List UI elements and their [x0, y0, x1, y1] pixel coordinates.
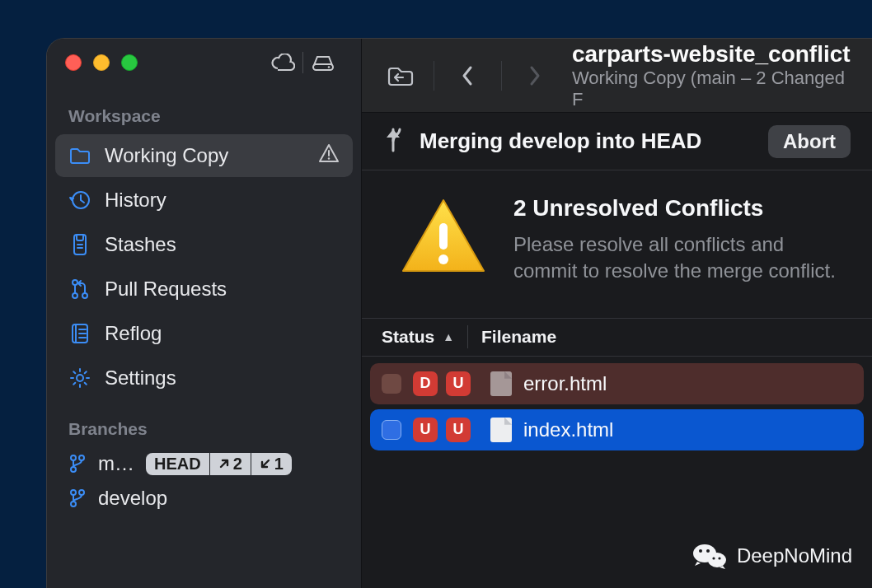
watermark-text: DeepNoMind: [737, 544, 852, 567]
svg-rect-16: [439, 223, 448, 250]
close-window-button[interactable]: [65, 54, 82, 71]
repo-subtitle: Working Copy (main – 2 Changed F: [572, 68, 856, 110]
sidebar-item-label: Stashes: [105, 233, 176, 256]
separator: [434, 61, 434, 91]
head-tag: HEAD: [146, 453, 210, 475]
stage-checkbox[interactable]: [382, 374, 401, 394]
history-icon: [68, 189, 91, 212]
column-status[interactable]: Status ▲: [373, 327, 462, 347]
file-row[interactable]: D U error.html: [370, 363, 864, 404]
sidebar-item-label: Reflog: [105, 322, 162, 345]
titlebar: [47, 39, 361, 86]
sidebar-item-label: Working Copy: [105, 144, 228, 167]
svg-point-20: [699, 549, 702, 553]
svg-point-19: [708, 553, 726, 567]
column-divider: [467, 325, 468, 348]
sidebar-item-history[interactable]: History: [55, 179, 353, 222]
column-headers: Status ▲ Filename: [362, 319, 872, 357]
branches-section-header: Branches: [47, 399, 361, 447]
svg-point-21: [706, 549, 710, 553]
nav-forward-button[interactable]: [513, 54, 557, 98]
file-name: error.html: [523, 372, 607, 395]
reflog-icon: [68, 322, 91, 345]
workspace-section-header: Workspace: [47, 86, 361, 134]
warning-icon: [318, 143, 340, 168]
merge-text: Merging develop into HEAD: [420, 128, 701, 154]
stash-icon: [68, 233, 91, 256]
branch-icon: [68, 488, 87, 508]
nav-back-button[interactable]: [446, 54, 490, 98]
zoom-window-button[interactable]: [121, 54, 138, 71]
svg-point-14: [71, 502, 76, 506]
svg-point-9: [77, 375, 83, 381]
conflict-panel: 2 Unresolved Conflicts Please resolve al…: [362, 170, 872, 319]
svg-point-15: [79, 490, 84, 495]
sidebar-item-label: History: [105, 189, 166, 212]
conflict-title: 2 Unresolved Conflicts: [513, 195, 851, 222]
toolbar-titles: carparts-website_conflict Working Copy (…: [572, 41, 856, 110]
svg-point-5: [73, 280, 77, 285]
traffic-lights: [65, 54, 138, 71]
sort-ascending-icon: ▲: [443, 330, 454, 343]
separator: [501, 61, 502, 91]
sidebar-item-working-copy[interactable]: Working Copy: [55, 134, 353, 177]
workspace-nav: Working Copy History Stashes: [47, 134, 361, 399]
svg-point-23: [718, 557, 720, 559]
status-badge: D: [413, 371, 438, 396]
branch-item-develop[interactable]: develop: [55, 482, 353, 515]
sidebar-item-label: Pull Requests: [105, 278, 227, 301]
main-toolbar: carparts-website_conflict Working Copy (…: [362, 39, 872, 113]
sidebar: Workspace Working Copy History: [47, 39, 362, 588]
file-icon: [490, 418, 512, 442]
svg-point-11: [71, 467, 76, 472]
file-list: D U error.html U U index.html: [362, 357, 872, 457]
parent-repo-button[interactable]: [378, 54, 422, 98]
repo-title: carparts-website_conflict: [572, 41, 856, 68]
warning-icon: [398, 195, 489, 281]
watermark: DeepNoMind: [692, 542, 852, 570]
folder-icon: [68, 144, 91, 167]
branch-item-main[interactable]: m… HEAD 2 1: [55, 447, 353, 480]
gear-icon: [68, 366, 91, 390]
branch-name: develop: [98, 487, 167, 510]
branch-icon: [68, 454, 87, 474]
pull-request-icon: [68, 278, 91, 301]
file-icon: [490, 371, 512, 396]
svg-point-12: [79, 455, 84, 460]
behind-tag: 1: [251, 453, 292, 475]
svg-point-1: [328, 66, 331, 68]
branches-nav: m… HEAD 2 1 develop: [47, 447, 361, 515]
svg-point-10: [71, 455, 76, 460]
merge-bar: Merging develop into HEAD Abort: [362, 113, 872, 170]
sidebar-item-pull-requests[interactable]: Pull Requests: [55, 268, 353, 310]
svg-point-22: [712, 557, 715, 559]
sidebar-item-stashes[interactable]: Stashes: [55, 223, 353, 266]
svg-point-6: [73, 293, 77, 298]
svg-point-2: [328, 157, 330, 159]
status-badge: U: [446, 418, 471, 442]
merge-icon: [383, 128, 403, 156]
conflict-description: Please resolve all conflicts and commit …: [513, 231, 851, 285]
main-panel: carparts-website_conflict Working Copy (…: [362, 39, 872, 588]
column-filename[interactable]: Filename: [473, 327, 565, 347]
sidebar-item-settings[interactable]: Settings: [55, 357, 353, 399]
svg-point-13: [71, 490, 76, 495]
cloud-icon[interactable]: [263, 54, 302, 72]
app-window: Workspace Working Copy History: [46, 38, 872, 588]
sidebar-item-label: Settings: [105, 366, 176, 390]
stage-checkbox[interactable]: [382, 420, 401, 440]
minimize-window-button[interactable]: [93, 54, 110, 71]
sidebar-item-reflog[interactable]: Reflog: [55, 312, 353, 355]
abort-button[interactable]: Abort: [768, 125, 851, 158]
file-row[interactable]: U U index.html: [370, 409, 864, 450]
svg-rect-0: [313, 64, 333, 70]
branch-name: m…: [98, 452, 134, 475]
file-name: index.html: [523, 418, 613, 441]
wechat-icon: [692, 542, 727, 570]
status-badge: U: [446, 371, 471, 396]
disk-icon[interactable]: [303, 54, 343, 72]
svg-point-17: [438, 254, 448, 264]
ahead-tag: 2: [210, 453, 251, 475]
branch-tags: HEAD 2 1: [146, 453, 292, 475]
status-badge: U: [413, 418, 438, 442]
